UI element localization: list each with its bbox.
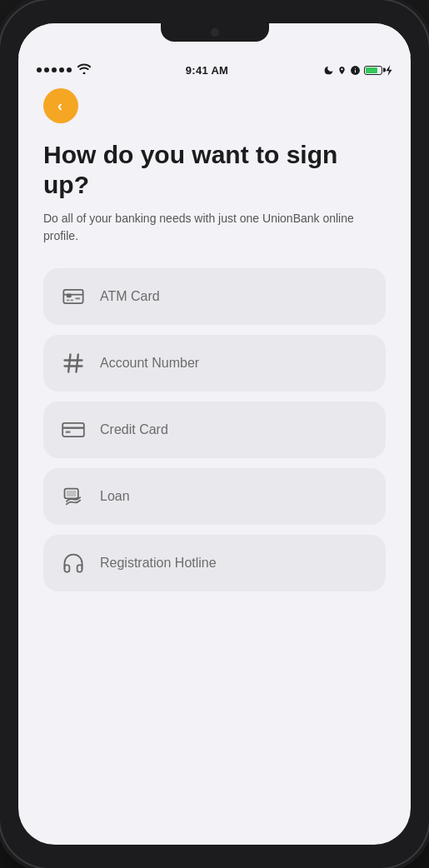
options-list: ATM Card Account Number bbox=[43, 268, 386, 591]
account-number-icon bbox=[60, 350, 87, 377]
svg-rect-5 bbox=[67, 300, 70, 302]
phone-frame: 9:41 AM ‹ bbox=[0, 0, 429, 868]
moon-icon bbox=[323, 65, 334, 76]
screen: 9:41 AM ‹ bbox=[18, 23, 411, 845]
registration-hotline-icon bbox=[60, 550, 87, 576]
signal-dot-3 bbox=[52, 67, 57, 72]
atm-card-label: ATM Card bbox=[100, 289, 160, 304]
status-left bbox=[37, 63, 91, 77]
status-bar: 9:41 AM bbox=[18, 57, 411, 80]
svg-rect-11 bbox=[62, 423, 84, 436]
charging-icon bbox=[386, 65, 392, 76]
location-icon bbox=[337, 65, 347, 76]
signal-bars bbox=[37, 67, 72, 72]
credit-card-label: Credit Card bbox=[100, 422, 168, 437]
loan-label: Loan bbox=[100, 489, 130, 504]
loan-icon bbox=[60, 483, 87, 510]
registration-hotline-label: Registration Hotline bbox=[100, 556, 217, 571]
credit-card-icon bbox=[60, 417, 87, 443]
atm-card-icon bbox=[60, 283, 87, 310]
signal-dot-4 bbox=[59, 67, 64, 72]
option-atm-card[interactable]: ATM Card bbox=[43, 268, 386, 325]
svg-rect-6 bbox=[71, 300, 74, 302]
notch-area bbox=[18, 23, 411, 57]
svg-rect-13 bbox=[66, 431, 71, 433]
svg-line-7 bbox=[68, 355, 70, 372]
option-registration-hotline[interactable]: Registration Hotline bbox=[43, 535, 386, 591]
info-icon bbox=[350, 65, 361, 76]
main-content: ‹ How do you want to sign up? Do all of … bbox=[18, 80, 411, 845]
signal-dot-5 bbox=[67, 67, 72, 72]
option-loan[interactable]: Loan bbox=[43, 468, 386, 525]
back-arrow-icon: ‹ bbox=[57, 98, 62, 113]
back-button[interactable]: ‹ bbox=[43, 88, 78, 123]
notch bbox=[161, 23, 269, 42]
page-title: How do you want to sign up? bbox=[43, 140, 386, 200]
battery-fill bbox=[366, 67, 377, 73]
option-account-number[interactable]: Account Number bbox=[43, 335, 386, 392]
svg-rect-4 bbox=[75, 297, 80, 299]
option-credit-card[interactable]: Credit Card bbox=[43, 402, 386, 458]
signal-dot-1 bbox=[37, 67, 42, 72]
page-subtitle: Do all of your banking needs with just o… bbox=[43, 210, 386, 245]
status-right bbox=[323, 65, 392, 76]
svg-rect-15 bbox=[67, 491, 77, 496]
wifi-icon bbox=[77, 63, 91, 77]
battery-indicator bbox=[364, 66, 382, 75]
status-time: 9:41 AM bbox=[186, 64, 228, 77]
svg-line-8 bbox=[77, 355, 78, 372]
signal-dot-2 bbox=[44, 67, 49, 72]
account-number-label: Account Number bbox=[100, 356, 199, 371]
